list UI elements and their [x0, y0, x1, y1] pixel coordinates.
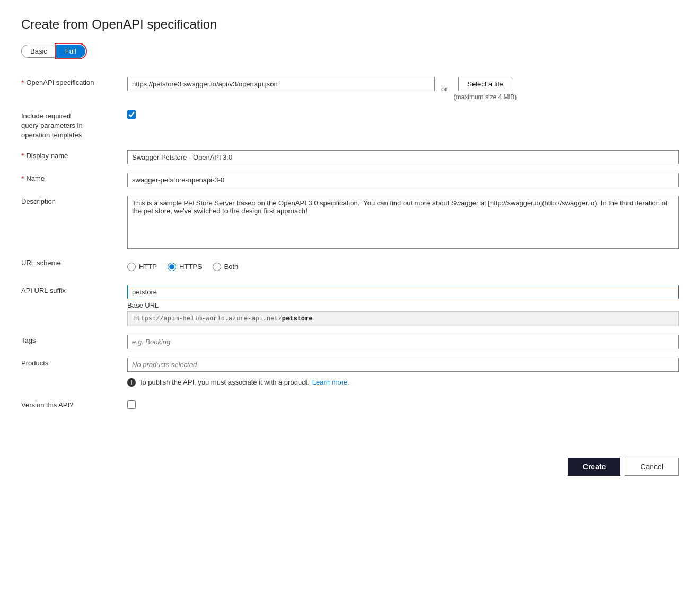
publish-info-row: i To publish the API, you must associate… [127, 374, 349, 391]
include-required-checkbox[interactable] [127, 110, 136, 119]
create-form: OpenAPI specification or Select a file (… [21, 73, 679, 415]
tags-label: Tags [21, 330, 127, 353]
display-name-field [127, 146, 679, 169]
tags-field [127, 330, 679, 353]
name-field [127, 169, 679, 191]
learn-more-link[interactable]: Learn more. [312, 378, 349, 386]
include-required-label: Include requiredquery parameters inopera… [21, 105, 127, 146]
openapi-spec-field: or Select a file (maximum size 4 MiB) [127, 73, 679, 105]
base-url-suffix-display: petstore [282, 315, 313, 323]
base-url-label: Base URL [127, 301, 679, 309]
radio-http[interactable]: HTTP [127, 263, 157, 271]
version-api-field [127, 395, 679, 415]
radio-both[interactable]: Both [213, 263, 239, 271]
name-input[interactable] [127, 173, 679, 187]
base-url-display: https://apim-hello-world.azure-api.net/p… [127, 311, 679, 326]
api-url-suffix-field: Base URL https://apim-hello-world.azure-… [127, 281, 679, 330]
include-required-field [127, 105, 679, 146]
description-textarea[interactable]: This is a sample Pet Store Server based … [127, 196, 679, 249]
openapi-spec-input[interactable] [127, 77, 435, 91]
url-scheme-radio-group: HTTP HTTPS Both [127, 257, 238, 276]
version-api-label: Version this API? [21, 395, 127, 415]
api-url-suffix-input[interactable] [127, 285, 679, 299]
radio-http-input[interactable] [127, 263, 136, 271]
url-scheme-label: URL scheme [21, 253, 127, 281]
products-input[interactable] [127, 358, 679, 372]
view-toggle: Basic Full [21, 45, 679, 58]
base-url-section: Base URL https://apim-hello-world.azure-… [127, 301, 679, 326]
api-url-suffix-label: API URL suffix [21, 281, 127, 330]
version-api-checkbox[interactable] [127, 400, 136, 409]
max-size-text: (maximum size 4 MiB) [454, 93, 517, 101]
select-file-button[interactable]: Select a file [458, 77, 512, 91]
products-field: i To publish the API, you must associate… [127, 353, 679, 395]
display-name-input[interactable] [127, 150, 679, 164]
bottom-actions: Create Cancel [21, 447, 679, 476]
create-button[interactable]: Create [568, 458, 621, 476]
or-text: or [441, 85, 448, 93]
publish-info-text: To publish the API, you must associate i… [139, 378, 309, 386]
base-url-prefix: https://apim-hello-world.azure-api.net/ [133, 315, 282, 323]
radio-https-input[interactable] [168, 263, 176, 271]
cancel-button[interactable]: Cancel [625, 458, 679, 476]
radio-https[interactable]: HTTPS [168, 263, 202, 271]
display-name-label: Display name [21, 146, 127, 169]
page-title: Create from OpenAPI specification [21, 17, 679, 32]
url-scheme-field: HTTP HTTPS Both [127, 253, 679, 281]
full-toggle-btn[interactable]: Full [56, 45, 85, 58]
description-field: This is a sample Pet Store Server based … [127, 191, 679, 253]
radio-both-input[interactable] [213, 263, 221, 271]
products-label: Products [21, 353, 127, 395]
basic-toggle-btn[interactable]: Basic [21, 45, 56, 58]
select-file-wrap: Select a file (maximum size 4 MiB) [454, 77, 517, 101]
openapi-spec-label: OpenAPI specification [21, 73, 127, 105]
tags-input[interactable] [127, 335, 679, 349]
description-label: Description [21, 191, 127, 253]
name-label: Name [21, 169, 127, 191]
info-icon: i [127, 378, 136, 387]
